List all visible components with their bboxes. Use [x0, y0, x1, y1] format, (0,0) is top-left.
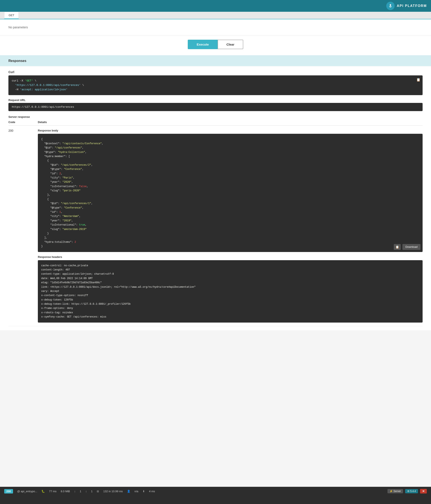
- button-row: Execute Clear: [0, 36, 431, 55]
- response-body-label: Response body: [38, 129, 422, 132]
- response-table-header: Code Details: [9, 121, 422, 126]
- response-body-actions: 📋 Download: [394, 244, 421, 250]
- download-button[interactable]: Download: [403, 244, 421, 250]
- tab-bar: GET: [0, 12, 431, 19]
- params-section: No parameters: [0, 19, 431, 36]
- curl-block: 📋 curl -X 'GET' \ 'https://127.0.0.1:800…: [9, 75, 422, 95]
- curl-label: Curl: [9, 70, 422, 74]
- execute-button[interactable]: Execute: [188, 40, 218, 49]
- response-body-block: { "@context": "/api/contexts/Conference"…: [38, 134, 422, 252]
- svg-point-3: [389, 5, 390, 5]
- header-title: API PLATFORM: [397, 4, 427, 8]
- api-platform-logo: [386, 2, 395, 10]
- curl-line2: 'https://127.0.0.1:8001/api/conferences'…: [12, 83, 419, 88]
- header: API PLATFORM: [0, 0, 431, 12]
- response-details: Response body { "@context": "/api/contex…: [38, 129, 422, 322]
- svg-rect-2: [390, 7, 391, 7]
- no-params-label: No parameters: [9, 24, 422, 31]
- request-url-block: https://127.0.0.1:8001/api/conferences: [9, 103, 422, 111]
- brand: API PLATFORM: [386, 2, 427, 10]
- main-content: No parameters Execute Clear Responses Cu…: [0, 19, 431, 330]
- code-col-header: Code: [9, 121, 25, 124]
- server-response-label: Server response: [9, 115, 422, 118]
- responses-header: Responses: [0, 55, 431, 66]
- response-headers-text: cache-control: no-cache,private content-…: [41, 263, 419, 319]
- copy-response-button[interactable]: 📋: [394, 244, 401, 250]
- responses-title: Responses: [9, 59, 422, 63]
- tab-active[interactable]: GET: [4, 12, 19, 19]
- curl-line1: curl -X 'GET' \: [12, 79, 419, 83]
- details-col-header: Details: [38, 121, 47, 124]
- request-url-text: https://127.0.0.1:8001/api/conferences: [12, 105, 74, 108]
- request-url-label: Request URL: [9, 99, 422, 102]
- svg-point-4: [391, 5, 392, 5]
- response-code: 200: [9, 129, 38, 132]
- response-row: 200 Response body { "@context": "/api/co…: [9, 126, 422, 326]
- clear-button[interactable]: Clear: [218, 40, 243, 49]
- curl-line3: -H 'accept: application/ld+json': [12, 88, 419, 92]
- responses-body: Curl 📋 curl -X 'GET' \ 'https://127.0.0.…: [0, 66, 431, 330]
- response-headers-label: Response headers: [38, 255, 422, 259]
- copy-curl-icon[interactable]: 📋: [416, 78, 421, 83]
- svg-rect-1: [389, 6, 392, 7]
- response-body-code: { "@context": "/api/contexts/Conference"…: [41, 137, 419, 248]
- response-headers-block: cache-control: no-cache,private content-…: [38, 260, 422, 323]
